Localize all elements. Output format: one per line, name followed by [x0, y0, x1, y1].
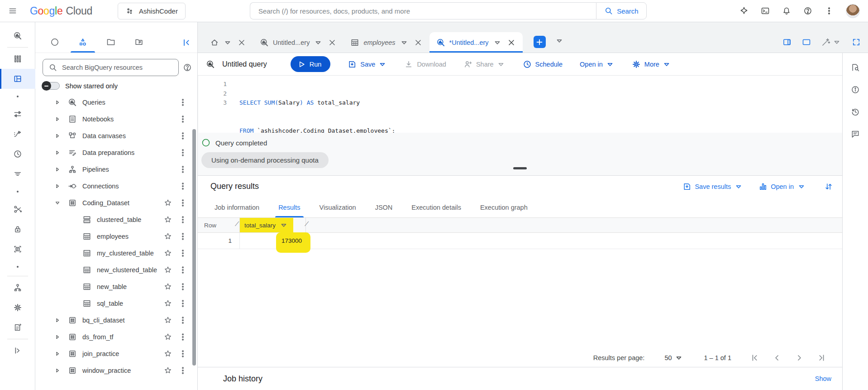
open-results-in-button[interactable]: Open in: [758, 182, 806, 191]
star-icon[interactable]: [163, 232, 172, 241]
rail-secure-lock-icon[interactable]: [0, 219, 35, 239]
tree-item-data-preparations[interactable]: Data preparations: [35, 144, 197, 161]
avatar[interactable]: [846, 4, 860, 18]
tab-job-information[interactable]: Job information: [205, 204, 269, 217]
chevron-down-icon[interactable]: [314, 38, 323, 47]
rail-expand-icon[interactable]: [0, 341, 35, 361]
tree-item-pipelines[interactable]: Pipelines: [35, 161, 197, 178]
download-button[interactable]: Download: [404, 60, 446, 69]
tree-item-join-practice[interactable]: join_practice: [35, 345, 197, 362]
item-menu-icon[interactable]: [178, 349, 187, 358]
rail-settings-gear-icon[interactable]: [0, 298, 35, 318]
rail-scheduling-icon[interactable]: [0, 144, 35, 164]
rail-workspaces-icon[interactable]: [0, 69, 35, 89]
expand-arrow-icon[interactable]: [54, 115, 61, 124]
tab-results[interactable]: Results: [269, 204, 310, 217]
close-icon[interactable]: [414, 38, 423, 47]
history-icon[interactable]: [851, 107, 860, 116]
chevron-down-icon[interactable]: [832, 38, 841, 47]
rail-analytics-hub-icon[interactable]: [0, 278, 35, 298]
open-in-button[interactable]: Open in: [580, 60, 615, 69]
item-menu-icon[interactable]: [178, 98, 187, 107]
expand-arrow-icon[interactable]: [54, 98, 61, 107]
rail-governance-icon[interactable]: [0, 239, 35, 259]
tree-item-coding-dataset[interactable]: Coding_Dataset: [35, 194, 197, 211]
tree-item-data-canvases[interactable]: Data canvases: [35, 127, 197, 144]
sort-caret-icon[interactable]: [279, 221, 288, 230]
tree-item-my-clustered-table[interactable]: my_clustered_table: [35, 245, 197, 261]
tree-item-queries[interactable]: Queries: [35, 94, 197, 111]
new-tab-button[interactable]: [534, 36, 546, 48]
item-menu-icon[interactable]: [178, 232, 187, 241]
item-menu-icon[interactable]: [178, 198, 187, 207]
star-icon[interactable]: [163, 366, 172, 375]
tab-untitled-query[interactable]: Untitled...ery: [253, 32, 343, 53]
query-title[interactable]: Untitled query: [222, 60, 267, 68]
run-button[interactable]: Run: [291, 56, 331, 72]
item-menu-icon[interactable]: [178, 316, 187, 325]
tree-item-window-practice[interactable]: window_practice: [35, 362, 197, 379]
chevron-down-icon[interactable]: [493, 38, 502, 47]
explorer-tab-folder-icon[interactable]: [97, 32, 125, 53]
code-area[interactable]: SELECT SUM(Salary) AS total_salary FROM …: [233, 76, 395, 133]
chevron-down-icon[interactable]: [400, 38, 409, 47]
tree-item-notebooks[interactable]: Notebooks: [35, 111, 197, 127]
star-icon[interactable]: [163, 299, 172, 308]
rail-data-transfers-icon[interactable]: [0, 104, 35, 124]
hamburger-menu-icon[interactable]: [8, 6, 17, 15]
collapse-panel-icon[interactable]: [182, 38, 191, 47]
resize-drag-handle[interactable]: [513, 167, 527, 169]
job-history-show-link[interactable]: Show: [815, 375, 831, 382]
star-icon[interactable]: [163, 282, 172, 291]
close-icon[interactable]: [328, 38, 337, 47]
magic-wand-icon[interactable]: [821, 38, 830, 47]
explorer-tab-projects-icon[interactable]: [125, 32, 153, 53]
explorer-tab-resources-icon[interactable]: [69, 32, 97, 53]
tab-json[interactable]: JSON: [366, 204, 402, 217]
search-input[interactable]: [258, 7, 588, 15]
split-panel-icon[interactable]: [782, 38, 792, 47]
tab-execution-details[interactable]: Execution details: [402, 204, 471, 217]
item-menu-icon[interactable]: [178, 165, 187, 174]
save-button[interactable]: Save: [348, 60, 387, 69]
cloud-shell-icon[interactable]: [761, 6, 770, 15]
rail-release-notes-icon[interactable]: [0, 318, 35, 337]
star-icon[interactable]: [163, 198, 172, 207]
highlighted-header-cell[interactable]: total_salary: [240, 218, 293, 232]
item-menu-icon[interactable]: [178, 249, 187, 258]
fullscreen-icon[interactable]: [852, 38, 861, 47]
show-starred-toggle[interactable]: [43, 82, 60, 90]
close-icon[interactable]: [507, 38, 516, 47]
expand-arrow-icon[interactable]: [54, 182, 61, 191]
gemini-sparkle-icon[interactable]: [739, 6, 749, 15]
collapse-arrow-icon[interactable]: [54, 198, 61, 207]
tree-item-new-clustered-table[interactable]: new_clustered_table: [35, 261, 197, 278]
tree-item-ds-from-tf[interactable]: ds_from_tf: [35, 328, 197, 345]
first-page-icon[interactable]: [750, 353, 759, 362]
rail-sharing-icon[interactable]: [0, 124, 35, 144]
star-icon[interactable]: [163, 215, 172, 224]
tab-employees[interactable]: employees: [343, 32, 429, 53]
chevron-down-icon[interactable]: [223, 38, 232, 47]
item-menu-icon[interactable]: [178, 131, 187, 140]
item-menu-icon[interactable]: [178, 265, 187, 274]
item-menu-icon[interactable]: [178, 215, 187, 224]
rail-studio-icon[interactable]: [0, 49, 35, 69]
star-icon[interactable]: [163, 316, 172, 325]
item-menu-icon[interactable]: [178, 366, 187, 375]
item-menu-icon[interactable]: [178, 115, 187, 124]
expand-arrow-icon[interactable]: [54, 332, 61, 342]
previous-page-icon[interactable]: [773, 353, 782, 362]
tab-visualization[interactable]: Visualization: [310, 204, 366, 217]
tab-execution-graph[interactable]: Execution graph: [471, 204, 537, 217]
next-page-icon[interactable]: [795, 353, 804, 362]
code-search-icon[interactable]: [851, 63, 860, 72]
expand-arrow-icon[interactable]: [54, 131, 61, 140]
item-menu-icon[interactable]: [178, 282, 187, 291]
star-icon[interactable]: [163, 265, 172, 274]
rail-migration-icon[interactable]: [0, 199, 35, 219]
rail-capacity-icon[interactable]: [0, 164, 35, 184]
project-selector[interactable]: AshishCoder: [118, 3, 186, 19]
close-icon[interactable]: [237, 38, 246, 47]
tree-item-clustered-table[interactable]: clustered_table: [35, 211, 197, 228]
